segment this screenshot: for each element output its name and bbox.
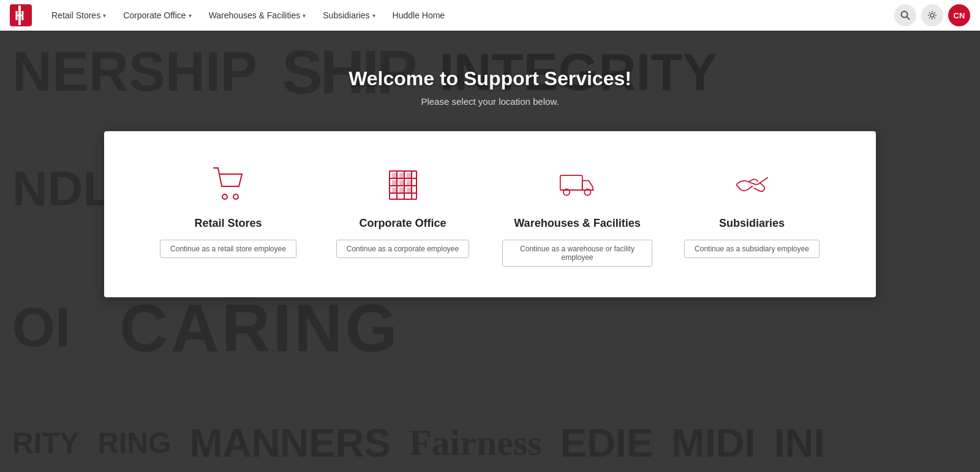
svg-rect-20 [400,181,403,185]
nav-retail-label: Retail Stores [51,10,100,20]
svg-point-7 [233,194,238,199]
svg-rect-18 [407,173,410,177]
handshake-icon [731,162,774,205]
hero-section: NERSHIP SHIP Integrity NDLINESS Curing r… [0,31,980,472]
navbar: H Retail Stores ▾ Corporate Office ▾ War… [0,0,980,31]
continue-retail-button[interactable]: Continue as a retail store employee [160,240,296,258]
nav-item-subsidiaries[interactable]: Subsidiaries ▾ [315,7,382,24]
card-corporate-label: Corporate Office [359,217,446,230]
nav-subsidiaries-label: Subsidiaries [323,10,369,20]
svg-rect-16 [393,173,396,177]
svg-rect-22 [393,188,396,192]
chevron-down-icon: ▾ [372,12,375,19]
chevron-down-icon: ▾ [189,12,192,19]
card-warehouse[interactable]: Warehouses & Facilities Continue as a wa… [490,162,665,267]
nav-item-corporate[interactable]: Corporate Office ▾ [116,7,198,24]
card-warehouse-label: Warehouses & Facilities [514,217,640,230]
chevron-down-icon: ▾ [103,12,106,19]
nav-huddle-home-label: Huddle Home [393,10,445,20]
svg-rect-17 [400,173,403,177]
svg-rect-21 [407,181,410,185]
continue-corporate-button[interactable]: Continue as a corporate employee [336,240,469,258]
card-retail[interactable]: Retail Stores Continue as a retail store… [141,162,315,267]
cart-icon [207,162,250,205]
card-retail-label: Retail Stores [194,217,262,230]
search-button[interactable] [894,4,916,26]
svg-rect-25 [560,175,582,190]
nav-warehouses-label: Warehouses & Facilities [209,10,301,20]
card-subsidiaries-label: Subsidiaries [719,217,785,230]
card-subsidiaries[interactable]: Subsidiaries Continue as a subsidiary em… [665,162,839,267]
nav-links: Retail Stores ▾ Corporate Office ▾ Wareh… [44,7,894,24]
logo: H [10,4,32,26]
card-corporate[interactable]: Corporate Office Continue as a corporate… [315,162,490,267]
svg-point-6 [222,194,227,199]
continue-warehouse-button[interactable]: Continue as a warehouse or facility empl… [502,240,652,267]
svg-rect-24 [407,188,410,192]
nav-item-retail[interactable]: Retail Stores ▾ [44,7,113,24]
nav-right: CN [894,4,970,26]
chevron-down-icon: ▾ [303,12,306,19]
hero-subtext: Please select your location below. [421,96,559,107]
location-card-container: Retail Stores Continue as a retail store… [104,131,876,297]
svg-rect-2 [18,6,21,25]
svg-rect-19 [393,181,396,185]
user-avatar-button[interactable]: CN [948,4,970,26]
settings-button[interactable] [921,4,943,26]
nav-item-huddle-home[interactable]: Huddle Home [385,7,453,24]
nav-corporate-label: Corporate Office [123,10,186,20]
svg-line-4 [907,17,910,20]
building-icon [382,162,424,205]
nav-item-warehouses[interactable]: Warehouses & Facilities ▾ [202,7,314,24]
hero-heading: Welcome to Support Services! [349,67,631,90]
svg-point-3 [902,12,908,18]
truck-icon [556,162,599,205]
continue-subsidiaries-button[interactable]: Continue as a subsidiary employee [684,240,820,258]
svg-rect-23 [400,188,403,192]
svg-point-5 [930,13,934,17]
avatar-initials: CN [954,11,965,20]
